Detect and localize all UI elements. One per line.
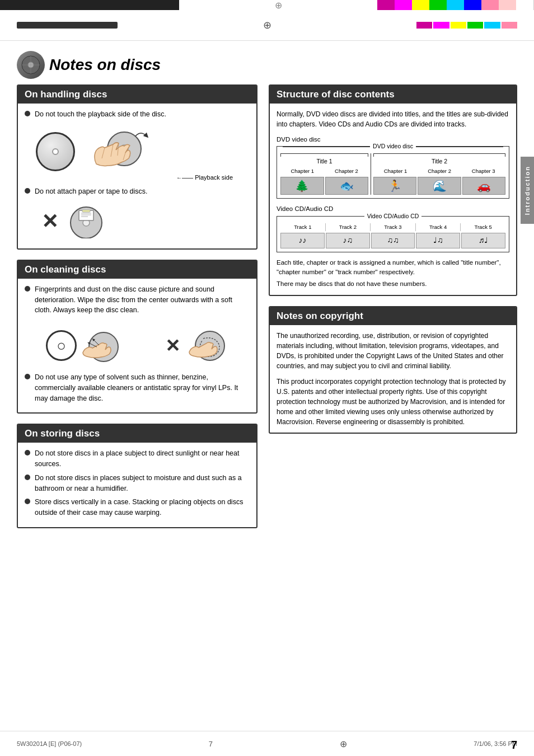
bullet-dot-5: [25, 450, 30, 456]
page-title: Notes on discs: [49, 56, 161, 74]
copyright-para2: This product incorporates copyright prot…: [277, 377, 509, 427]
storing-content: Do not store discs in a place subject to…: [18, 443, 256, 527]
sidebar-tab-label: Introduction: [524, 166, 531, 215]
cleaning-title: On cleaning discs: [18, 261, 256, 279]
vcd-outer-label-row: Video CD/Audio CD: [283, 212, 503, 221]
handling-illustration-2: ✕: [25, 200, 250, 243]
sidebar-tab: Introduction: [521, 157, 534, 224]
structure-section: Structure of disc contents Normally, DVD…: [269, 84, 517, 296]
header-crosshair: ⊕: [263, 19, 271, 31]
thumb-1: 🌲: [280, 177, 324, 195]
footer-crosshair: ⊕: [340, 739, 347, 749]
page-number: 7: [511, 739, 517, 752]
structure-description: Normally, DVD video discs are divided in…: [277, 109, 509, 129]
title1-images: 🌲 🐟: [280, 177, 368, 195]
track1-label: Track 1: [280, 223, 326, 231]
top-bar: ⊕: [0, 0, 534, 10]
ch3t2-label: Chapter 3: [461, 167, 505, 175]
handling-title: On handling discs: [18, 86, 256, 104]
track2-label: Track 2: [326, 223, 371, 231]
ch1t2-label: Chapter 1: [373, 167, 418, 175]
track-thumb-3: ♫♫: [371, 233, 415, 248]
dvd-titles-row: Title 1 Chapter 1 Chapter 2 🌲 🐟: [280, 153, 505, 195]
copyright-section: Notes on copyright The unauthorized reco…: [269, 306, 517, 434]
title2-chapters: Chapter 1 Chapter 2 Chapter 3: [373, 167, 505, 175]
track-thumb-1: ♪♪: [280, 233, 325, 248]
bullet-dot-4: [25, 374, 30, 379]
track-thumb-4: ♩♫: [416, 233, 460, 248]
vcd-tracks-row: Track 1 Track 2 Track 3 Track 4 Track 5: [280, 223, 505, 231]
storing-bullet-1: Do not store discs in a place subject to…: [25, 448, 250, 469]
storing-title: On storing discs: [18, 425, 256, 443]
track3-label: Track 3: [371, 223, 416, 231]
track5-label: Track 5: [461, 223, 505, 231]
title2-group: Title 2 Chapter 1 Chapter 2 Chapter 3 🏃 …: [371, 153, 505, 195]
footer: 5W30201A [E] (P06-07) 7 ⊕ 7/1/06, 3:56 P…: [0, 731, 534, 756]
wrong-cleaning-icon: [186, 327, 228, 364]
title2-label: Title 2: [373, 157, 505, 166]
svg-rect-16: [82, 210, 90, 212]
copyright-content: The unauthorized recording, use, distrib…: [270, 325, 516, 433]
x-mark-icon: ✕: [41, 206, 58, 237]
track-thumb-2: ♪♫: [326, 233, 370, 248]
page-title-area: Notes on discs: [0, 41, 534, 84]
x-mark-cleaning-icon: ✕: [165, 332, 180, 359]
thumb-3: 🏃: [373, 177, 416, 195]
cleaning-illustration: ○: [25, 319, 250, 372]
ch1t1-label: Chapter 1: [280, 167, 325, 175]
vcd-diagram: Video CD/Audio CD Track 1 Track 2 Track …: [277, 216, 509, 252]
track-thumb-5: ♬♩: [461, 233, 505, 248]
storing-section: On storing discs Do not store discs in a…: [17, 424, 257, 528]
top-bar-mid: ⊕: [179, 0, 377, 10]
footer-center-page: 7: [209, 740, 213, 748]
handling-bullet-2: Do not attach paper or tape to discs.: [25, 186, 250, 197]
top-bar-left: [0, 0, 179, 10]
bullet-dot-7: [25, 499, 30, 504]
handling-illustration-1: [25, 123, 250, 176]
correct-cleaning-icon: [80, 327, 122, 364]
header: ⊕: [0, 10, 534, 41]
bullet-dot-2: [25, 188, 30, 194]
cleaning-content: Fingerprints and dust on the disc cause …: [18, 279, 256, 413]
storing-bullet-2: Do not store discs in places subject to …: [25, 473, 250, 494]
cleaning-bullet-1: Fingerprints and dust on the disc cause …: [25, 284, 250, 316]
storing-bullet-3: Store discs vertically in a case. Stacki…: [25, 497, 250, 518]
copyright-para1: The unauthorized recording, use, distrib…: [277, 331, 509, 371]
ch2t2-label: Chapter 2: [418, 167, 462, 175]
title2-bracket: [373, 153, 505, 157]
ch2t1-label: Chapter 2: [325, 167, 369, 175]
vcd-outer-label: Video CD/Audio CD: [364, 212, 422, 221]
thumb-4: 🌊: [418, 177, 461, 195]
disc-correct-icon: [36, 132, 75, 171]
structure-note2: There may be discs that do not have thes…: [277, 279, 509, 289]
bullet-dot-3: [25, 286, 30, 292]
structure-note1: Each title, chapter or track is assigned…: [277, 258, 509, 278]
handling-content: Do not touch the playback side of the di…: [18, 104, 256, 248]
handling-section: On handling discs Do not touch the playb…: [17, 84, 257, 250]
hand-disc-illustration: [85, 128, 152, 176]
disc-paper-icon: [67, 205, 106, 238]
right-column: Structure of disc contents Normally, DVD…: [269, 84, 517, 538]
thumb-2: 🐟: [325, 177, 369, 195]
main-content: On handling discs Do not touch the playb…: [0, 84, 534, 538]
title1-bracket: [280, 153, 368, 157]
cleaning-bullet-2: Do not use any type of solvent such as t…: [25, 372, 250, 403]
track4-label: Track 4: [416, 223, 461, 231]
cleaning-correct: ○: [46, 327, 122, 364]
cleaning-section: On cleaning discs Fingerprints and dust …: [17, 260, 257, 414]
dvd-outer-label-row: DVD video disc: [283, 142, 503, 151]
structure-title: Structure of disc contents: [270, 86, 516, 104]
thumb-5: 🚗: [462, 177, 505, 195]
footer-left: 5W30201A [E] (P06-07): [17, 740, 82, 747]
top-bar-right: [377, 0, 534, 10]
header-bar-left: [17, 22, 118, 29]
header-bar-right: [416, 22, 517, 29]
copyright-title: Notes on copyright: [270, 307, 516, 325]
correct-circle-icon: ○: [46, 330, 77, 361]
cleaning-wrong: ✕: [165, 327, 228, 364]
title1-label: Title 1: [280, 157, 368, 166]
title-circle-decoration: [17, 51, 45, 79]
structure-content: Normally, DVD video discs are divided in…: [270, 104, 516, 295]
dvd-diagram: DVD video disc Title 1 Chapter 1 Cha: [277, 146, 509, 199]
bullet-dot: [25, 111, 30, 116]
